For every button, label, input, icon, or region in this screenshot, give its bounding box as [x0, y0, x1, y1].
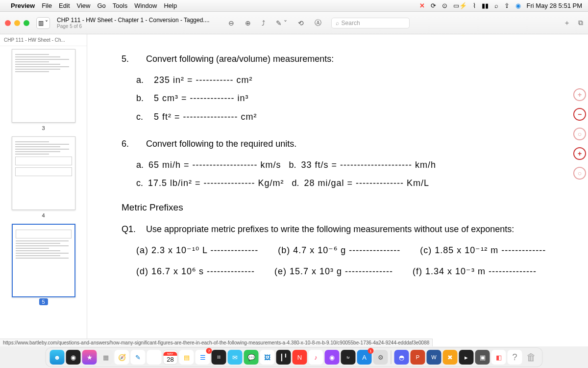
markup-button[interactable]: Ⓐ	[315, 19, 321, 27]
menubar: Preview File Edit View Go Tools Window H…	[0, 0, 588, 12]
dock-activity[interactable]: ⌗	[212, 350, 226, 365]
menu-tools[interactable]: Tools	[113, 2, 127, 9]
menubar-datetime[interactable]: Fri May 28 5:51 PM	[527, 2, 582, 9]
battery-icon[interactable]: ▭⚡	[453, 2, 467, 9]
dock-trash[interactable]: 🗑	[524, 350, 539, 365]
dock-xcode[interactable]: ✖	[443, 350, 458, 365]
calendar-month: MAY	[164, 352, 177, 356]
traffic-lights	[5, 20, 29, 26]
q5a-expr: 235 in² = ----------- cm²	[154, 74, 281, 86]
dock-chrome[interactable]: ◐	[147, 350, 162, 365]
q5b-expr: 5 cm³ = ------------- in³	[154, 92, 281, 105]
page-thumbnail-4[interactable]: 4	[12, 136, 75, 210]
dock-settings[interactable]: ⚙	[373, 350, 388, 365]
dock-safari[interactable]: 🧭	[115, 350, 129, 365]
dock-launchpad[interactable]: ▦	[98, 350, 113, 365]
minimize-window-button[interactable]	[14, 20, 20, 26]
dock-finder[interactable]: ☻	[50, 350, 65, 365]
spotlight-icon[interactable]: ⌕	[494, 2, 498, 9]
calendar-day: 28	[167, 356, 173, 363]
q5a-label: a.	[136, 74, 146, 86]
dock-podcasts[interactable]: ◉	[325, 350, 340, 365]
dock-calendar[interactable]: MAY 28	[163, 350, 178, 365]
q1-item-e: (e) 15.7 x 10³ g --------------	[274, 265, 393, 278]
zoom-in-button[interactable]: ⊕	[245, 19, 251, 27]
q5c-expr: 5 ft² = ---------------- cm²	[154, 111, 281, 123]
close-window-button[interactable]	[5, 20, 11, 26]
metric-prefixes-heading: Metric Prefixes	[122, 201, 554, 214]
dock-messages[interactable]: 💬	[244, 350, 259, 365]
notification-icon[interactable]: ◉	[515, 2, 521, 9]
dock-notes[interactable]: ▤	[179, 350, 194, 365]
page-thumbnail-3[interactable]: 3	[12, 49, 75, 123]
new-tab-button[interactable]: ＋	[564, 19, 570, 27]
dock-siri[interactable]: ◉	[66, 350, 81, 365]
zoom-out-button[interactable]: ⊖	[228, 19, 234, 27]
url-hint: https://www.bartleby.com/questions-and-a…	[0, 339, 433, 346]
dock-preview[interactable]: 🖼	[260, 350, 275, 365]
q1-item-b: (b) 4.7 x 10⁻⁶ g ---------------	[278, 244, 400, 257]
overlay-marker-1: +	[573, 88, 586, 101]
search-field[interactable]: ⌕ Search	[331, 18, 410, 28]
q6d-label: d.	[292, 178, 299, 188]
menu-view[interactable]: View	[77, 2, 91, 9]
dock-music[interactable]: ♪	[309, 350, 323, 365]
thumb-page-num-5: 5	[39, 298, 48, 305]
dock-terminal[interactable]: ▸	[459, 350, 474, 365]
q5b-label: b.	[136, 92, 146, 105]
menu-file[interactable]: File	[42, 2, 52, 9]
q5-number: 5.	[122, 53, 146, 65]
highlight-button[interactable]: ✎ ˅	[276, 19, 287, 27]
thumbnail-sidebar[interactable]: CHP 111 - HW Sheet - Ch... 3 4	[0, 34, 87, 346]
dock-reminders[interactable]: ☰7	[196, 350, 210, 365]
page-thumbnail-5[interactable]: 5	[12, 224, 75, 297]
dock-help[interactable]: ?	[508, 350, 522, 365]
sidebar-tab[interactable]: CHP 111 - HW Sheet - Ch...	[0, 34, 87, 46]
rotate-button[interactable]: ⟲	[298, 19, 304, 27]
window-toolbar: ▥ ˅ CHP 111 - HW Sheet - Chapter 1 - Con…	[0, 12, 588, 34]
dock-appstore[interactable]: A1	[357, 350, 372, 365]
dock: ☻ ◉ ★ ▦ 🧭 ✎ ◐ MAY 28 ▤ ☰7 ⌗ ✉ 💬 🖼 ┃╹ N ♪…	[46, 347, 543, 367]
dock-mail[interactable]: ✉	[228, 350, 243, 365]
search-placeholder: Search	[342, 20, 360, 26]
menu-help[interactable]: Help	[164, 2, 177, 9]
show-tabs-button[interactable]: ⧉	[578, 19, 583, 27]
q1-number: Q1.	[122, 223, 146, 236]
dock-screenshot[interactable]: ▣	[475, 350, 490, 365]
q1-prompt: Use appropriate metric prefixes to write…	[146, 223, 554, 236]
play-icon[interactable]: ⊙	[442, 2, 447, 9]
q5-prompt: Convert following (area/volume) measurem…	[146, 53, 554, 65]
q6c-label: c.	[136, 178, 143, 188]
dock-shortcuts[interactable]: ★	[82, 350, 97, 365]
thumb-page-num-3: 3	[42, 125, 45, 131]
document-page: 5. Convert following (area/volume) measu…	[87, 34, 588, 296]
menu-edit[interactable]: Edit	[59, 2, 70, 9]
sync-icon[interactable]: ⟳	[431, 2, 436, 9]
sidebar-toggle-button[interactable]: ▥ ˅	[36, 17, 50, 29]
menu-go[interactable]: Go	[97, 2, 105, 9]
wifi-icon[interactable]: ⌇	[473, 2, 476, 9]
close-helper-icon[interactable]: ✕	[419, 2, 425, 9]
share-button[interactable]: ⤴	[262, 19, 265, 27]
users-icon[interactable]: ⇪	[504, 2, 510, 9]
q1-item-f: (f) 1.34 x 10⁻³ m --------------	[413, 265, 537, 278]
overlay-marker-5: ○	[573, 167, 586, 180]
control-center-icon[interactable]: ▮▮	[482, 2, 489, 9]
overlay-marker-4: +	[573, 147, 586, 160]
dock-cube[interactable]: ◧	[491, 350, 506, 365]
dock-word[interactable]: W	[427, 350, 441, 365]
app-name[interactable]: Preview	[11, 2, 35, 9]
dock-appletv[interactable]: tv	[341, 350, 356, 365]
dock-discord[interactable]: ◓	[394, 350, 409, 365]
menu-window[interactable]: Window	[134, 2, 157, 9]
dock-brush[interactable]: ✎	[131, 350, 146, 365]
q1-item-d: (d) 16.7 x 10⁶ s --------------	[136, 265, 255, 278]
q6-number: 6.	[122, 138, 146, 150]
dock-antivirus[interactable]: N	[293, 350, 307, 365]
preview-window: ▥ ˅ CHP 111 - HW Sheet - Chapter 1 - Con…	[0, 12, 588, 346]
document-viewport[interactable]: 5. Convert following (area/volume) measu…	[87, 34, 588, 346]
dock-powerpoint[interactable]: P	[411, 350, 425, 365]
dock-stocks[interactable]: ┃╹	[276, 350, 291, 365]
dock-separator	[391, 350, 392, 364]
fullscreen-window-button[interactable]	[24, 20, 29, 26]
